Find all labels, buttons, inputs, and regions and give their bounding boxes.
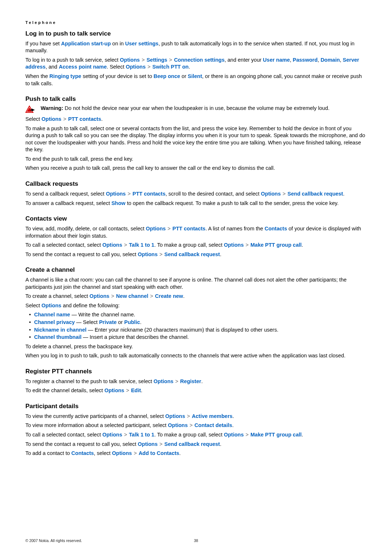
text-run: or [117,319,124,325]
heading-participant-details: Participant details [25,402,367,411]
text-run: Select [25,303,41,308]
chevron-icon: > [166,226,173,231]
ui-option: Active members [192,413,233,419]
list-item: Channel name — Write the channel name. [30,311,367,319]
ui-option: Public [124,319,140,325]
chevron-icon: > [146,64,152,70]
ui-option: User name [263,57,290,63]
body-text: To send a callback request, select Optio… [25,190,367,198]
ui-option: Switch PTT on [152,64,189,70]
body-text: To log in to a push to talk service, sel… [25,57,367,71]
text-run: . To make a group call, select [154,432,224,438]
document-page: Telephone Log in to push to talk service… [0,0,392,554]
ui-option: Create new [155,293,183,299]
chevron-icon: > [173,378,180,384]
text-run: To register a channel to the push to tal… [25,378,154,384]
text-run: . A list of names from the [205,226,265,231]
ui-option: Make PTT group call [250,432,302,438]
warning-icon [25,106,36,114]
chevron-icon: > [244,242,250,248]
body-text: Select Options > PTT contacts. [25,116,367,123]
ui-option: Options [90,293,110,299]
text-run: , scroll to the desired contact, and sel… [166,191,261,197]
ui-option: Talk 1 to 1 [129,432,154,438]
text-run: To call a selected contact, select [25,432,102,438]
ui-option: User settings [125,41,159,46]
ui-option: Options [165,413,185,419]
chevron-icon: > [281,191,288,197]
page-number: 38 [194,538,198,543]
ui-option: Domain [320,57,340,63]
chevron-icon: > [158,251,164,257]
text-run: on in [111,41,125,46]
body-text: To create a channel, select Options > Ne… [25,293,367,300]
chevron-icon: > [122,432,129,438]
text-run: — Write the channel name. [70,312,135,317]
ui-option: Access point name [59,64,107,70]
ui-option: Options [105,387,124,393]
body-text: To edit the channel details, select Opti… [25,387,367,394]
body-text: To answer a callback request, select Sho… [25,200,367,207]
list-item: Channel privacy — Select Private or Publ… [30,319,367,326]
ui-option: PTT contacts [172,226,205,231]
body-text: A channel is like a chat room: you can c… [25,276,367,291]
text-run: To view more information about a selecte… [25,422,168,428]
ui-option: Contacts [265,226,287,231]
text-run: . Select [107,64,126,70]
body-text: Select Options and define the following: [25,302,367,309]
text-run: To view, add, modify, delete, or call co… [25,226,146,231]
body-text: To view, add, modify, delete, or call co… [25,225,367,239]
text-run: , and enter your [225,57,263,63]
options-list: Channel name — Write the channel name. C… [25,311,367,341]
chevron-icon: > [185,413,192,419]
ui-option: Channel name [34,312,70,317]
ui-option: Options [120,57,140,63]
text-run: If you have set [25,41,61,46]
chevron-icon: > [124,387,131,393]
chevron-icon: > [132,450,139,456]
body-text: If you have set Application start-up on … [25,40,367,54]
chapter-header: Telephone [25,20,367,25]
ui-option: Register [180,378,201,384]
text-run: and define the following: [61,303,119,308]
ui-option: Nickname in channel [34,327,86,333]
chevron-icon: > [109,293,116,299]
body-text: When you receive a push to talk call, pr… [25,165,367,172]
text-run: — Enter your nickname (20 characters max… [86,327,278,333]
text-run: Do not hold the device near your ear whe… [65,105,329,111]
ui-option: Options [102,242,122,248]
ui-option: Silent [188,73,202,79]
text-run: To send a callback request, select [25,191,106,197]
ui-option: Options [126,64,146,70]
chevron-icon: > [140,57,147,63]
ui-option: PTT contacts [68,116,101,122]
ui-option: Private [99,319,117,325]
text-run: . To make a group call, select [154,242,224,248]
list-item: Nickname in channel — Enter your nicknam… [30,327,367,334]
heading-ptt-calls: Push to talk calls [25,95,367,103]
list-item: Channel thumbnail — Insert a picture tha… [30,334,367,341]
ui-option: Add to Contacts [139,450,179,456]
body-text: To view the currently active participant… [25,413,367,420]
body-text: To send the contact a request to call yo… [25,441,367,448]
heading-contacts-view: Contacts view [25,215,367,223]
ui-option: Options [146,226,166,231]
body-text: To call a selected contact, select Optio… [25,242,367,249]
text-run: , select [94,450,112,456]
ui-option: Beep once [154,73,180,79]
chevron-icon: > [167,57,174,63]
text-run: To log in to a push to talk service, sel… [25,57,120,63]
body-text: To register a channel to the push to tal… [25,378,367,385]
text-run: When the [25,73,49,79]
ui-option: Options [112,450,132,456]
body-text: When you log in to push to talk, push to… [25,352,367,360]
chevron-icon: > [122,242,129,248]
text-run: To send the contact a request to call yo… [25,251,138,257]
body-text: To send the contact a request to call yo… [25,251,367,258]
text-run: setting of your device is set to [81,73,154,79]
ui-option: Show [111,200,126,206]
chevron-icon: > [188,422,195,428]
ui-option: Options [168,422,188,428]
chevron-icon: > [126,191,132,197]
text-run: — Insert a picture that describes the ch… [82,334,189,340]
